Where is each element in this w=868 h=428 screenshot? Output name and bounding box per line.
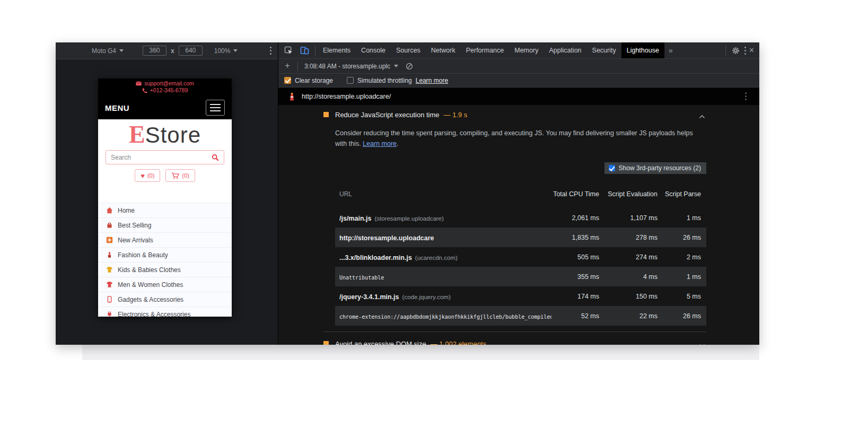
simulated-throttling-checkbox[interactable] (347, 77, 354, 84)
tab-memory[interactable]: Memory (509, 42, 543, 58)
wishlist-cart-row: ♥ (0) (0) (98, 169, 232, 182)
nav-item-label: Home (118, 207, 135, 214)
report-menu-icon[interactable] (744, 91, 748, 101)
nav-item-home[interactable]: Home (98, 203, 232, 218)
third-party-label: Show 3rd-party resources (2) (619, 164, 701, 172)
script-eval-time: 1,107 ms (599, 214, 657, 222)
plug-icon (106, 311, 113, 317)
chevron-down-icon (233, 49, 238, 52)
nav-item-best-selling[interactable]: Best Selling (98, 218, 232, 233)
zoom-select[interactable]: 100% (214, 47, 238, 55)
script-parse-time: 2 ms (657, 254, 701, 261)
tab-network[interactable]: Network (426, 42, 461, 58)
tab-elements[interactable]: Elements (318, 42, 356, 58)
script-eval-time: 150 ms (599, 293, 657, 300)
search-icon[interactable] (212, 154, 219, 161)
tab-performance[interactable]: Performance (461, 42, 510, 58)
clear-reports-icon[interactable] (406, 63, 413, 70)
chevron-down-icon (119, 49, 124, 52)
clear-storage-label: Clear storage (295, 77, 333, 84)
store-logo[interactable]: EStore (98, 120, 232, 149)
tab-console[interactable]: Console (356, 42, 391, 58)
report-url-bar: http://storesample.uploadcare/ (278, 88, 759, 105)
table-row: chrome-extension://aapbdbdomjkkjkaonfhkk… (335, 306, 706, 326)
emulated-phone-screen: support@email.com +012-345-6789 MENU ESt… (98, 78, 232, 317)
support-email[interactable]: support@email.com (144, 80, 194, 87)
settings-gear-icon[interactable] (728, 47, 743, 55)
devtools-menu-icon[interactable] (743, 46, 747, 56)
support-phone[interactable]: +012-345-6789 (150, 87, 188, 94)
more-tabs-icon[interactable]: » (664, 46, 677, 55)
table-row: Unattributable 355 ms 4 ms 1 ms (335, 267, 706, 286)
nav-item-label: Kids & Babies Clothes (118, 266, 181, 274)
devtools-pane: Elements Console Sources Network Perform… (278, 42, 759, 345)
nav-item-gadgets[interactable]: Gadgets & Accessories (98, 292, 232, 307)
audit-warning-square-icon (323, 341, 329, 345)
bag-icon (106, 222, 113, 229)
throttling-learn-more-link[interactable]: Learn more (416, 77, 448, 84)
audit-display-value: — 1,002 elements (431, 340, 487, 345)
audit-warning-square-icon (323, 112, 329, 117)
page-background-strip (82, 345, 759, 360)
close-icon[interactable]: × (747, 46, 759, 55)
toggle-device-toolbar-icon[interactable] (296, 46, 313, 55)
third-party-checkbox[interactable] (609, 165, 615, 171)
cpu-time-table: URL Total CPU Time Script Evaluation Scr… (335, 180, 706, 326)
col-header-cpu: Total CPU Time (551, 190, 599, 198)
tab-lighthouse[interactable]: Lighthouse (621, 42, 664, 58)
chevron-down-icon[interactable] (699, 340, 705, 345)
script-eval-time: 274 ms (599, 254, 657, 261)
cart-icon (171, 172, 179, 179)
device-select[interactable]: Moto G4 (92, 47, 124, 55)
nav-item-kids-babies[interactable]: Kids & Babies Clothes (98, 263, 232, 277)
viewport-height-input[interactable]: 640 (179, 46, 203, 56)
phone-icon (142, 88, 147, 93)
tab-sources[interactable]: Sources (391, 42, 426, 58)
audit-dom-size-header[interactable]: Avoid an excessive DOM size — 1,002 elem… (323, 338, 706, 345)
table-row: ...3.x/blinkloader.min.js(ucarecdn.com) … (335, 247, 706, 267)
cpu-time: 174 ms (551, 293, 599, 300)
tab-security[interactable]: Security (587, 42, 621, 58)
nav-item-electronics[interactable]: Electronics & Accessories (98, 307, 232, 317)
resource-host: (storesample.uploadcare) (374, 215, 443, 222)
tab-application[interactable]: Application (543, 42, 586, 58)
nav-item-new-arrivals[interactable]: New Arrivals (98, 233, 232, 248)
audit-learn-more-link[interactable]: Learn more (363, 140, 397, 147)
audit-title: Avoid an excessive DOM size (335, 340, 426, 345)
device-select-label: Moto G4 (92, 47, 116, 55)
clear-storage-checkbox[interactable] (284, 77, 291, 84)
viewport-width-input[interactable]: 360 (143, 46, 166, 56)
contact-bar: support@email.com +012-345-6789 (98, 78, 232, 96)
wishlist-button[interactable]: ♥ (0) (135, 169, 160, 182)
table-row: /jquery-3.4.1.min.js(code.jquery.com) 17… (335, 286, 706, 306)
hamburger-menu-icon[interactable] (206, 100, 225, 116)
third-party-toggle[interactable]: Show 3rd-party resources (2) (604, 162, 706, 174)
new-report-icon[interactable]: + (278, 60, 295, 72)
chevron-up-icon[interactable] (699, 111, 705, 121)
table-row: http://storesample.uploadcare 1,835 ms 2… (335, 228, 706, 247)
cpu-time: 505 ms (551, 254, 599, 261)
mobile-menu-bar: MENU (98, 96, 232, 119)
devtools-window: Moto G4 360 x 640 100% support@email.com (56, 42, 759, 345)
script-parse-time: 26 ms (657, 312, 701, 320)
report-select[interactable]: 3:08:48 AM - storesample.uplc (304, 63, 398, 70)
tshirt-icon (106, 281, 113, 288)
nav-item-men-women[interactable]: Men & Women Clothes (98, 277, 232, 292)
inspect-element-icon[interactable] (280, 46, 296, 55)
nav-item-label: Best Selling (118, 222, 151, 229)
resource-url: http://storesample.uploadcare (339, 234, 434, 242)
simulated-throttling-label: Simulated throttling (357, 77, 412, 84)
search-input[interactable] (111, 154, 212, 161)
cpu-time: 1,835 ms (551, 234, 599, 241)
nav-item-label: New Arrivals (118, 237, 153, 244)
audit-reduce-js-header[interactable]: Reduce JavaScript execution time — 1.9 s (323, 109, 706, 120)
cart-count: (0) (182, 172, 189, 179)
mobile-nav-list: Home Best Selling New Arrivals Fashion &… (98, 203, 232, 317)
device-toolbar-menu-icon[interactable] (269, 46, 273, 56)
email-icon (136, 81, 142, 86)
nav-item-label: Men & Women Clothes (118, 281, 183, 289)
table-header-row: URL Total CPU Time Script Evaluation Scr… (335, 180, 706, 208)
nav-item-fashion-beauty[interactable]: Fashion & Beauty (98, 248, 232, 263)
cart-button[interactable]: (0) (165, 169, 195, 182)
device-toolbar: Moto G4 360 x 640 100% (56, 42, 278, 59)
